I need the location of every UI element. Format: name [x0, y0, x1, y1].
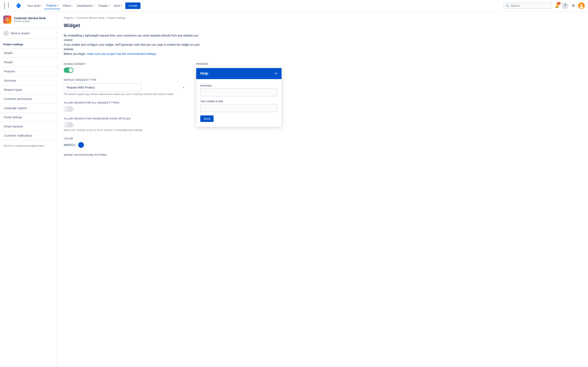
desc-text-3: Before you begin,	[64, 52, 87, 55]
sidebar-item-customer-notifications[interactable]: Customer notifications	[0, 132, 57, 139]
default-request-type-help: The default request type allows customer…	[64, 93, 186, 96]
search-all-toggle[interactable]: ✕	[64, 106, 186, 111]
create-button[interactable]: Create	[125, 2, 140, 9]
project-icon: 🎨	[3, 16, 11, 24]
close-icon: ✕	[66, 123, 67, 126]
color-label: Color	[64, 137, 186, 140]
desc-text-1: By embedding a lightweight request form,…	[64, 34, 199, 42]
desc-text-4: .	[156, 52, 156, 55]
sidebar-divider	[0, 113, 57, 113]
notification-badge: 9+	[557, 2, 561, 5]
sidebar-item-email-requests[interactable]: Email requests	[0, 123, 57, 130]
enable-widget-toggle-label[interactable]: ✓	[64, 67, 73, 73]
breadcrumb-projects[interactable]: Projects	[64, 16, 73, 19]
topnav-right: 🔍 🔔 9+ ? ⚙	[503, 2, 585, 9]
back-label: Back to project	[11, 32, 30, 35]
preview-send-button[interactable]: Send	[200, 115, 214, 122]
sidebar-item-customer-permissions[interactable]: Customer permissions	[0, 95, 57, 103]
sidebar-divider	[0, 76, 57, 76]
color-field: Color #0052CC	[64, 137, 186, 148]
close-icon[interactable]: ✕	[274, 71, 277, 76]
enable-widget-label: Enable widget	[64, 63, 186, 66]
settings-button[interactable]: ⚙	[570, 2, 577, 9]
sidebar-item-features[interactable]: Features	[0, 68, 57, 75]
search-input[interactable]	[511, 4, 550, 7]
sidebar-item-language-support[interactable]: Language support	[0, 104, 57, 112]
chevron-down-icon: ▾	[183, 86, 184, 89]
preview-header-title: Help	[200, 71, 208, 76]
sidebar-divider	[0, 131, 57, 131]
preview-summary-input[interactable]	[200, 88, 277, 96]
sidebar-divider	[0, 122, 57, 122]
project-info: Customer Service Desk Service project	[14, 17, 46, 23]
request-type-select[interactable]: Request AWS Product General enquiry Tech…	[64, 83, 141, 92]
breadcrumb-current: Project settings	[108, 16, 126, 19]
notifications-button[interactable]: 🔔 9+	[554, 2, 560, 9]
sidebar-divider	[0, 48, 57, 49]
bg-pattern-field: Widget background pattern	[64, 154, 186, 156]
widget-preview-panel: Preview Help ✕ Summary Your contact e-ma…	[196, 63, 282, 162]
svg-point-1	[580, 4, 582, 6]
app-layout: 🎨 Customer Service Desk Service project …	[0, 11, 588, 367]
chevron-down-icon: ▾	[121, 4, 122, 7]
sidebar-item-request-types[interactable]: Request types	[0, 86, 57, 93]
page-title: Widget	[64, 23, 581, 28]
top-navigation: Your work ▾ Projects ▾ Filters ▾ Dashboa…	[0, 0, 588, 11]
breadcrumb-sep-2: /	[105, 16, 106, 19]
sidebar-item-details[interactable]: Details	[0, 49, 57, 57]
preview-label: Preview	[196, 63, 282, 66]
search-kb-help: Make sure 'Viewing' access is set to 'An…	[64, 129, 186, 132]
preview-summary-label: Summary	[200, 84, 277, 87]
color-value: #0052CC	[64, 143, 76, 147]
svg-point-2	[580, 6, 583, 8]
widget-layout: Enable widget ✓ Default request type	[64, 63, 581, 162]
chevron-down-icon: ▾	[71, 4, 72, 7]
toggle-thumb: ✓	[69, 68, 73, 72]
widget-config: Enable widget ✓ Default request type	[64, 63, 186, 162]
breadcrumb-project[interactable]: Customer Service Desk	[77, 16, 104, 19]
page-description: By embedding a lightweight request form,…	[64, 33, 207, 56]
sidebar-divider	[0, 103, 57, 104]
sidebar-project: 🎨 Customer Service Desk Service project	[0, 11, 57, 28]
search-all-label: Allow search for all request types	[64, 101, 186, 104]
desc-text-2: If you enable and configure your widget,…	[64, 43, 200, 51]
back-to-project-button[interactable]: ← Back to project	[0, 28, 57, 39]
jira-logo[interactable]	[15, 2, 22, 9]
preview-header: Help ✕	[196, 68, 282, 79]
help-button[interactable]: ?	[562, 2, 568, 9]
chevron-down-icon: ▾	[57, 4, 58, 7]
search-all-toggle-label[interactable]: ✕	[64, 106, 73, 111]
search-kb-field: Allow search for knowledge base articles…	[64, 117, 186, 132]
nav-people[interactable]: People ▾	[96, 2, 112, 9]
search-box[interactable]: 🔍	[503, 2, 552, 9]
sidebar-divider	[0, 85, 57, 85]
enable-widget-toggle[interactable]: ✓	[64, 67, 186, 73]
nav-projects[interactable]: Projects ▾	[44, 2, 61, 9]
breadcrumb-sep-1: /	[75, 16, 75, 19]
search-icon: 🔍	[506, 4, 509, 7]
search-kb-label: Allow search for knowledge base articles	[64, 117, 186, 120]
nav-items: Your work ▾ Projects ▾ Filters ▾ Dashboa…	[25, 2, 502, 9]
color-row: #0052CC	[64, 142, 186, 148]
sidebar-section-title: Project settings	[0, 39, 57, 48]
app-switcher-button[interactable]	[3, 2, 12, 10]
default-request-type-field: Default request type Request AWS Product…	[64, 78, 186, 96]
nav-dashboards[interactable]: Dashboards ▾	[75, 2, 96, 9]
recommended-settings-link[interactable]: make sure your project has the recommend…	[87, 52, 156, 55]
search-kb-toggle-label[interactable]: ✕	[64, 122, 73, 127]
color-swatch[interactable]	[78, 142, 84, 148]
avatar[interactable]	[578, 2, 585, 9]
search-kb-toggle[interactable]: ✕	[64, 122, 186, 127]
project-type: Service project	[14, 20, 46, 23]
preview-body: Summary Your contact e-mail Send	[196, 79, 282, 127]
sidebar-item-people[interactable]: People	[0, 58, 57, 66]
toggle-thumb: ✕	[64, 107, 68, 111]
check-icon: ✓	[70, 69, 72, 71]
nav-filters[interactable]: Filters ▾	[61, 2, 74, 9]
preview-email-input[interactable]	[200, 104, 277, 112]
nav-your-work[interactable]: Your work ▾	[25, 2, 44, 9]
sidebar-item-portal-settings[interactable]: Portal settings	[0, 114, 57, 121]
sidebar-item-summary[interactable]: Summary	[0, 77, 57, 84]
nav-more[interactable]: More ▾	[112, 2, 124, 9]
back-icon: ←	[3, 30, 9, 36]
